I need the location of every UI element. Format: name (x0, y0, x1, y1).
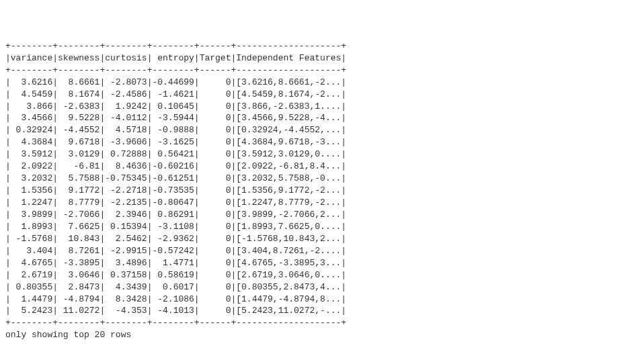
table-row: | 0.80355| 2.8473| 4.3439| 0.6017| 0|[0.… (5, 281, 346, 293)
table-row: | 5.2423| 11.0272| -4.353| -4.1013| 0|[5… (5, 305, 346, 317)
table-border: +--------+--------+--------+--------+---… (5, 317, 346, 329)
table-row: | 2.6719| 3.0646| 0.37158| 0.58619| 0|[2… (5, 269, 346, 281)
footer-note: only showing top 20 rows (5, 329, 629, 341)
table-border: +--------+--------+--------+--------+---… (5, 64, 346, 77)
table-row: | 3.866| -2.6383| 1.9242| 0.10645| 0|[3.… (5, 101, 346, 113)
table-row: | -1.5768| 10.843| 2.5462| -2.9362| 0|[-… (5, 233, 346, 245)
table-header-row: |variance|skewness|curtosis| entropy|Tar… (5, 52, 346, 64)
table-row: | 4.6765| -3.3895| 3.4896| 1.4771| 0|[4.… (5, 257, 346, 269)
table-row: | 1.8993| 7.6625| 0.15394| -3.1108| 0|[1… (5, 221, 346, 233)
table-row: | 3.2032| 5.7588|-0.75345|-0.61251| 0|[3… (5, 173, 346, 185)
table-row: | 4.3684| 9.6718| -3.9606| -3.1625| 0|[4… (5, 136, 346, 148)
table-row: | 2.0922| -6.81| 8.4636|-0.60216| 0|[2.0… (5, 161, 346, 173)
table-row: | 4.5459| 8.1674| -2.4586| -1.4621| 0|[4… (5, 89, 346, 101)
table-row: | 3.6216| 8.6661| -2.8073|-0.44699| 0|[3… (5, 77, 346, 89)
table-row: | 0.32924| -4.4552| 4.5718| -0.9888| 0|[… (5, 124, 346, 136)
table-row: | 1.5356| 9.1772| -2.2718|-0.73535| 0|[1… (5, 185, 346, 197)
table-row: | 3.9899| -2.7066| 2.3946| 0.86291| 0|[3… (5, 209, 346, 221)
table-row: | 3.5912| 3.0129| 0.72888| 0.56421| 0|[3… (5, 148, 346, 161)
table-row: | 1.2247| 8.7779| -2.2135|-0.80647| 0|[1… (5, 197, 346, 209)
table-row: | 3.4566| 9.5228| -4.0112| -3.5944| 0|[3… (5, 112, 346, 124)
table-row: | 3.404| 8.7261| -2.9915|-0.57242| 0|[3.… (5, 245, 346, 257)
ascii-table: +--------+--------+--------+--------+---… (5, 40, 346, 330)
table-border: +--------+--------+--------+--------+---… (5, 40, 346, 52)
table-row: | 1.4479| -4.8794| 8.3428| -2.1086| 0|[1… (5, 293, 346, 306)
